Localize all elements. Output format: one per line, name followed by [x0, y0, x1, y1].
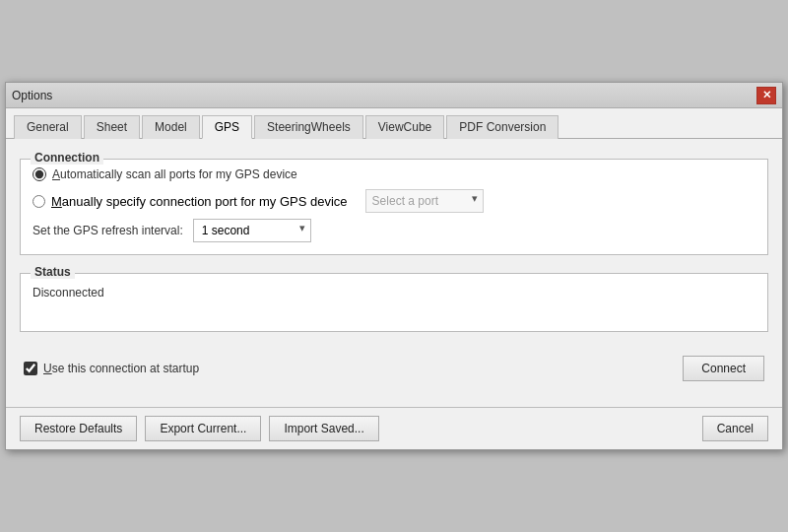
footer-right: Cancel	[702, 416, 768, 441]
tab-gps[interactable]: GPS	[202, 115, 252, 139]
tab-pdf[interactable]: PDF Conversion	[446, 115, 558, 139]
tab-sheet[interactable]: Sheet	[84, 115, 140, 139]
tab-viewcube[interactable]: ViewCube	[365, 115, 444, 139]
connect-button[interactable]: Connect	[683, 356, 764, 381]
auto-scan-radio[interactable]	[33, 167, 46, 181]
tab-steeringwheels[interactable]: SteeringWheels	[254, 115, 363, 139]
startup-checkbox-label[interactable]: Use this connection at startup	[43, 362, 199, 375]
auto-scan-row: Automatically scan all ports for my GPS …	[33, 167, 755, 181]
title-bar-buttons: ✕	[756, 87, 776, 104]
connection-group: Connection Automatically scan all ports …	[20, 159, 768, 255]
interval-select[interactable]: 1 second	[193, 219, 311, 242]
interval-label: Set the GPS refresh interval:	[33, 224, 183, 237]
startup-checkbox[interactable]	[24, 362, 37, 375]
tab-content: Connection Automatically scan all ports …	[6, 139, 782, 407]
status-text: Disconnected	[33, 282, 755, 299]
footer: Restore Defaults Export Current... Impor…	[6, 407, 782, 449]
interval-row: Set the GPS refresh interval: 1 second	[33, 219, 755, 242]
port-select-wrapper: Select a port	[354, 189, 484, 213]
tab-model[interactable]: Model	[142, 115, 200, 139]
status-group-label: Status	[31, 265, 75, 279]
import-saved-button[interactable]: Import Saved...	[269, 416, 378, 441]
title-bar: Options ✕	[6, 83, 782, 108]
cancel-button[interactable]: Cancel	[702, 416, 768, 441]
manual-row: Manually specify connection port for my …	[33, 189, 755, 213]
options-dialog: Options ✕ General Sheet Model GPS Steeri…	[5, 82, 783, 450]
port-select[interactable]: Select a port	[365, 189, 484, 213]
window-title: Options	[12, 89, 52, 102]
status-group: Status Disconnected	[20, 273, 768, 332]
tab-general[interactable]: General	[14, 115, 82, 139]
close-button[interactable]: ✕	[756, 87, 776, 104]
restore-defaults-button[interactable]: Restore Defaults	[20, 416, 137, 441]
footer-left: Restore Defaults Export Current... Impor…	[20, 416, 379, 441]
manual-port-radio[interactable]	[33, 195, 45, 208]
startup-check: Use this connection at startup	[24, 362, 199, 375]
manual-port-label[interactable]: Manually specify connection port for my …	[51, 194, 348, 209]
export-current-button[interactable]: Export Current...	[145, 416, 261, 441]
auto-scan-label[interactable]: Automatically scan all ports for my GPS …	[52, 167, 297, 181]
tabs-row: General Sheet Model GPS SteeringWheels V…	[6, 108, 782, 139]
connection-group-label: Connection	[31, 151, 103, 165]
startup-row: Use this connection at startup Connect	[20, 352, 768, 385]
interval-select-wrapper: 1 second	[193, 219, 311, 242]
